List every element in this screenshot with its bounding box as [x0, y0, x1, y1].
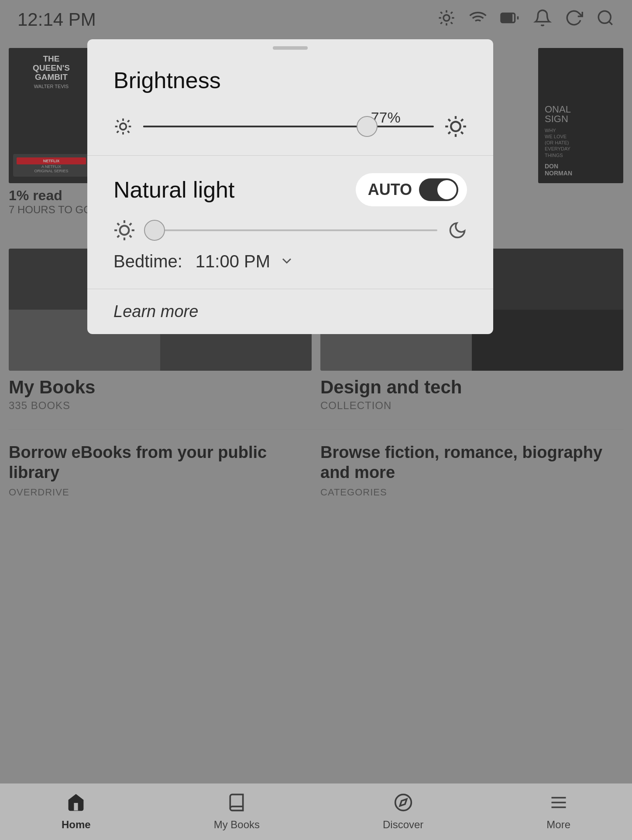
svg-line-32: [448, 119, 450, 121]
panel-notch-area: [87, 39, 493, 50]
moon-icon: [448, 221, 467, 240]
bedtime-value: 11:00 PM: [196, 252, 270, 271]
svg-line-37: [461, 119, 463, 121]
sun-min-icon: [113, 117, 133, 136]
brightness-slider-track[interactable]: [143, 126, 434, 127]
natural-light-slider-container: [113, 219, 467, 241]
svg-point-29: [451, 122, 460, 131]
brightness-slider-thumb[interactable]: [357, 116, 378, 137]
panel-drag-handle: [273, 46, 308, 50]
natural-light-section: Natural light AUTO: [87, 156, 493, 289]
auto-toggle-button[interactable]: AUTO: [356, 173, 467, 206]
natural-light-title: Natural light: [113, 177, 234, 203]
learn-more-link[interactable]: Learn more: [113, 302, 198, 321]
sun-max-icon: [444, 115, 467, 138]
toggle-knob: [437, 180, 457, 199]
brightness-slider-container: 77%: [113, 115, 467, 138]
brightness-section: Brightness 77%: [87, 50, 493, 156]
toggle-switch[interactable]: [419, 178, 458, 201]
brightness-control: [113, 115, 467, 138]
svg-line-42: [130, 236, 131, 237]
svg-point-20: [120, 123, 127, 130]
svg-line-41: [117, 223, 119, 225]
brightness-title: Brightness: [113, 67, 467, 93]
brightness-panel: Brightness 77%: [87, 39, 493, 334]
natural-light-slider-track[interactable]: [146, 229, 437, 231]
chevron-down-icon[interactable]: [279, 253, 295, 270]
svg-line-33: [461, 132, 463, 134]
svg-line-45: [117, 236, 119, 237]
bedtime-label: Bedtime:: [113, 252, 182, 271]
brightness-slider-fill: [143, 126, 367, 127]
nl-slider-thumb[interactable]: [144, 220, 165, 241]
warm-sun-icon: [113, 219, 135, 241]
svg-line-46: [130, 223, 131, 225]
svg-point-38: [120, 226, 129, 235]
svg-line-36: [448, 132, 450, 134]
svg-line-23: [117, 120, 119, 122]
auto-label: AUTO: [368, 181, 412, 199]
learn-more-section: Learn more: [87, 289, 493, 334]
svg-line-28: [127, 120, 129, 122]
bedtime-row: Bedtime: 11:00 PM: [113, 252, 467, 271]
natural-light-header: Natural light AUTO: [113, 173, 467, 206]
svg-line-27: [117, 131, 119, 133]
svg-line-24: [127, 131, 129, 133]
